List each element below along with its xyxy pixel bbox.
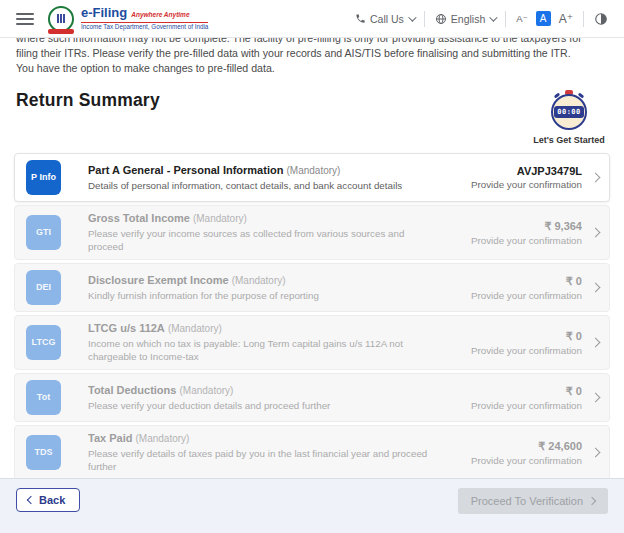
font-decrease-button[interactable]: A⁻ (516, 13, 527, 24)
section-value: ₹ 0 (471, 275, 582, 288)
summary-row[interactable]: Tot Total Deductions (Mandatory) Please … (14, 373, 610, 422)
section-badge: TDS (26, 435, 61, 470)
divider (505, 11, 506, 27)
hamburger-menu-icon[interactable] (16, 13, 34, 25)
section-title: Total Deductions (Mandatory) (88, 384, 438, 396)
chevron-right-icon (588, 497, 596, 505)
call-us-menu[interactable]: Call Us (355, 13, 414, 25)
section-description: Please verify your income sources as col… (88, 227, 438, 253)
font-size-controls: A⁻ A A⁺ (516, 11, 573, 26)
stopwatch-icon: 00:00 (550, 90, 588, 132)
chevron-right-icon (591, 283, 601, 293)
phone-icon (355, 13, 366, 24)
chevron-right-icon (591, 338, 601, 348)
chevron-right-icon (591, 448, 601, 458)
section-description: Kindly furnish information for the purpo… (88, 289, 438, 302)
section-value: ₹ 0 (471, 385, 582, 398)
section-title: Part A General - Personal Information (M… (88, 164, 438, 176)
summary-row[interactable]: P Info Part A General - Personal Informa… (14, 153, 610, 202)
section-title: Gross Total Income (Mandatory) (88, 212, 438, 224)
chevron-right-icon (591, 228, 601, 238)
page-title: Return Summary (16, 90, 160, 111)
section-badge: DEI (26, 270, 61, 305)
session-timer: 00:00 Let's Get Started (530, 90, 608, 145)
section-title: LTCG u/s 112A (Mandatory) (88, 322, 438, 334)
summary-list: P Info Part A General - Personal Informa… (14, 153, 610, 532)
brand-tagline: Anywhere Anytime (131, 11, 189, 18)
section-description: Details of personal information, contact… (88, 179, 438, 192)
confirmation-label: Provide your confirmation (471, 290, 582, 301)
chevron-down-icon (408, 13, 416, 21)
globe-icon (435, 13, 447, 25)
brand-subtitle: Income Tax Department, Government of Ind… (81, 24, 208, 31)
chevron-right-icon (591, 393, 601, 403)
timer-value: 00:00 (554, 106, 584, 118)
language-menu[interactable]: English (435, 13, 495, 25)
language-label: English (451, 13, 485, 25)
section-description: Please verify details of taxes paid by y… (88, 447, 438, 473)
confirmation-label: Provide your confirmation (471, 235, 582, 246)
section-title: Tax Paid (Mandatory) (88, 432, 438, 444)
back-button[interactable]: Back (16, 488, 80, 512)
font-increase-button[interactable]: A⁺ (559, 12, 573, 26)
contrast-toggle-icon[interactable] (594, 12, 608, 26)
divider (424, 11, 425, 27)
top-navbar: e-Filing Anywhere Anytime Income Tax Dep… (0, 0, 624, 38)
confirmation-label: Provide your confirmation (471, 455, 582, 466)
govt-emblem-icon (48, 6, 74, 32)
section-badge: GTI (26, 215, 61, 250)
section-value: ₹ 9,364 (471, 220, 582, 233)
section-badge: P Info (26, 160, 61, 195)
brand-name: e-Filing (81, 6, 127, 20)
summary-row[interactable]: TDS Tax Paid (Mandatory) Please verify d… (14, 425, 610, 480)
proceed-to-verification-button[interactable]: Proceed To Verification (458, 488, 608, 514)
section-badge: LTCG (26, 325, 61, 360)
section-description: Please verify your deduction details and… (88, 399, 438, 412)
section-title: Disclosure Exempt Income (Mandatory) (88, 274, 438, 286)
section-badge: Tot (26, 380, 61, 415)
efiling-logo: e-Filing Anywhere Anytime Income Tax Dep… (48, 6, 208, 32)
section-description: Income on which no tax is payable: Long … (88, 337, 438, 363)
summary-row[interactable]: LTCG LTCG u/s 112A (Mandatory) Income on… (14, 315, 610, 370)
get-started-label: Let's Get Started (533, 135, 605, 145)
chevron-down-icon (489, 13, 497, 21)
section-value: ₹ 24,600 (471, 440, 582, 453)
action-bar: Back Proceed To Verification (0, 478, 624, 533)
divider (583, 11, 584, 27)
section-value: AVJPJ3479L (471, 165, 582, 177)
call-us-label: Call Us (370, 13, 404, 25)
confirmation-label: Provide your confirmation (471, 400, 582, 411)
confirmation-label: Provide your confirmation (471, 345, 582, 356)
summary-row[interactable]: GTI Gross Total Income (Mandatory) Pleas… (14, 205, 610, 260)
font-normal-button[interactable]: A (536, 11, 551, 26)
chevron-right-icon (591, 173, 601, 183)
chevron-left-icon (27, 496, 35, 504)
confirmation-label: Provide your confirmation (471, 179, 582, 190)
section-value: ₹ 0 (471, 330, 582, 343)
summary-row[interactable]: DEI Disclosure Exempt Income (Mandatory)… (14, 263, 610, 312)
